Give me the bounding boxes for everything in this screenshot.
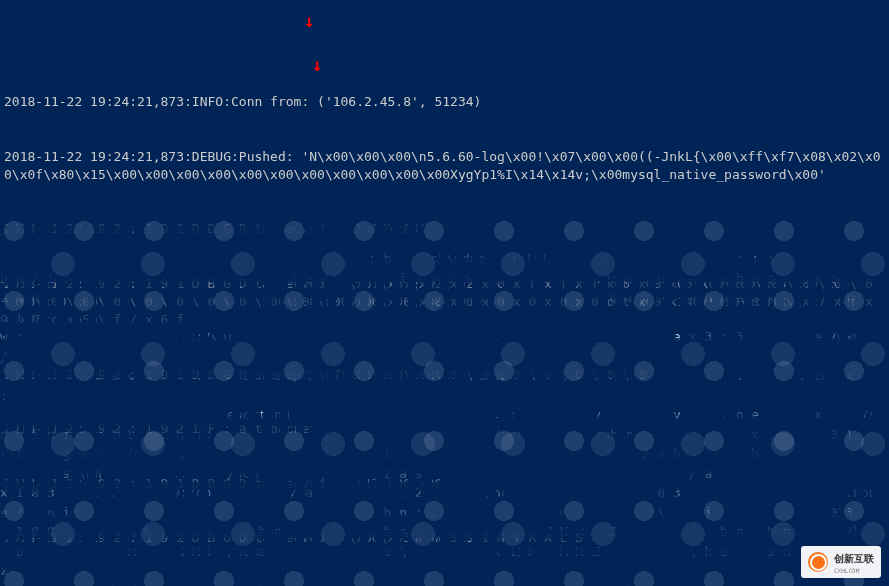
- watermark-logo-icon: [808, 552, 828, 572]
- annotation-arrow-2: ↓: [312, 52, 323, 77]
- mosaic-overlay-2: [0, 210, 889, 586]
- watermark-text-wrap: 创新互联 CXHLCOM: [834, 549, 874, 576]
- log-line: 2018-11-22 19:24:21,873:INFO:Conn from: …: [4, 93, 885, 111]
- log-line: 2018-11-22 19:24:21,873:DEBUG:Pushed: 'N…: [4, 148, 885, 184]
- watermark-badge: 创新互联 CXHLCOM: [801, 546, 881, 578]
- watermark-subtext: CXHLCOM: [834, 567, 874, 575]
- annotation-arrow-1: ↓: [304, 8, 315, 33]
- watermark-brand: 创新互联: [834, 553, 874, 564]
- censored-etc-passwd-dump: :/bi sh\ndae x:1:1 : x:2:2: bin:/bin: ..…: [0, 210, 889, 586]
